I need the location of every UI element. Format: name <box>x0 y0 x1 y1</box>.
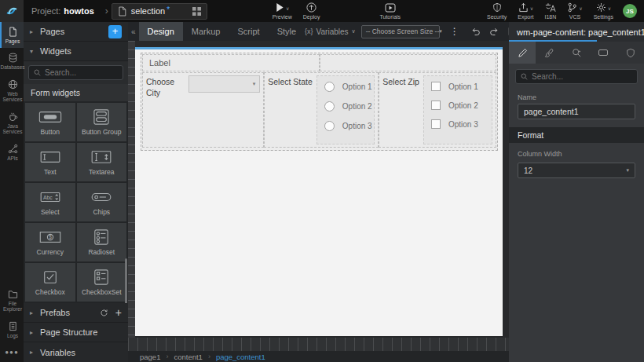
checkbox-option[interactable]: Option 3 <box>431 119 492 129</box>
export-button[interactable]: ∨ Export <box>512 0 539 22</box>
radio-icon[interactable] <box>324 101 335 112</box>
database-icon <box>8 53 18 63</box>
security-button[interactable]: Security <box>481 0 512 22</box>
wavemaker-logo-icon <box>5 4 19 18</box>
widget-tile-currency[interactable]: $ Currency <box>25 223 75 261</box>
screen-size-select[interactable]: -- Choose Screen Size -- ▾ <box>361 25 440 38</box>
zip-checkboxset[interactable]: Option 1 Option 2 Option 3 <box>423 75 492 144</box>
select-zip-column[interactable]: Select Zip Option 1 Option 2 Option 3 <box>379 72 496 148</box>
radio-option[interactable]: Option 2 <box>324 101 374 112</box>
wavemaker-logo[interactable] <box>0 0 24 22</box>
select-zip-label: Select Zip <box>382 75 419 144</box>
checkbox-option[interactable]: Option 2 <box>431 101 492 110</box>
column-width-select[interactable]: 12 ▾ <box>518 163 635 178</box>
page-tab-selection[interactable]: selection * <box>112 3 207 20</box>
collapse-left-panel-button[interactable]: « <box>128 27 139 36</box>
selected-widget-title: wm-page-content: page_content1 <box>509 22 644 42</box>
widget-tile-select[interactable]: Abc Select <box>25 183 75 221</box>
page-canvas[interactable]: Label Choose City ▾ Select State O <box>135 47 503 336</box>
rail-item-file-explorer[interactable]: File Explorer <box>0 284 24 316</box>
page-content-container[interactable]: Label Choose City ▾ Select State O <box>141 53 498 151</box>
tab-style[interactable]: Style <box>269 22 305 41</box>
tab-properties[interactable] <box>509 42 536 64</box>
more-options-ellipsis-icon[interactable]: ●●● <box>0 342 24 362</box>
chips-widget-icon <box>89 189 114 205</box>
settings-button[interactable]: ∨ Settings <box>588 0 619 22</box>
tutorials-button[interactable]: Tutorials <box>375 0 407 22</box>
tab-events[interactable] <box>563 42 590 64</box>
radio-icon[interactable] <box>324 82 335 92</box>
widgets-section-header[interactable]: ▾ Widgets <box>24 42 128 61</box>
pages-section-header[interactable]: ▸ Pages + <box>24 22 128 42</box>
i18n-button[interactable]: I18N <box>540 0 562 22</box>
preview-button[interactable]: ∨ Preview <box>267 0 298 22</box>
checkbox-icon[interactable] <box>431 119 441 129</box>
horizontal-ruler <box>128 338 509 351</box>
user-avatar[interactable]: JS <box>623 4 637 18</box>
branch-icon <box>567 2 577 13</box>
undo-icon[interactable] <box>470 27 481 36</box>
collapsed-arrow-icon: ▸ <box>30 349 35 356</box>
log-icon <box>8 321 18 331</box>
name-field[interactable] <box>518 104 635 119</box>
rail-item-pages[interactable]: Pages <box>0 22 24 48</box>
vcs-button[interactable]: ∨ VCS <box>562 0 587 22</box>
currency-widget-icon: $ <box>38 229 63 245</box>
radio-icon[interactable] <box>324 121 335 131</box>
refresh-icon[interactable] <box>100 309 108 317</box>
widget-tile-radioset[interactable]: Radioset <box>77 223 127 261</box>
tab-markup[interactable]: Markup <box>183 22 229 41</box>
tab-device[interactable] <box>590 42 617 64</box>
rail-item-apis[interactable]: APIs <box>0 139 24 165</box>
tab-security[interactable] <box>617 42 644 64</box>
kebab-menu-icon[interactable]: ⋮ <box>445 26 464 37</box>
widget-tile-checkbox[interactable]: Checkbox <box>25 263 75 302</box>
state-radioset[interactable]: Option 1 Option 2 Option 3 <box>317 75 375 144</box>
redo-icon[interactable] <box>489 27 499 36</box>
property-search-input[interactable] <box>532 72 632 81</box>
select-state-column[interactable]: Select State Option 1 Option 2 Option <box>264 72 379 148</box>
widget-group-title: Form widgets <box>24 84 128 101</box>
tab-styles[interactable] <box>536 42 562 64</box>
checkbox-icon[interactable] <box>431 82 441 91</box>
widget-tile-textarea[interactable]: Textarea <box>77 143 127 181</box>
widget-tile-text[interactable]: Text <box>25 143 75 181</box>
empty-cell[interactable] <box>320 54 497 71</box>
widget-tile-checkboxset[interactable]: CheckboxSet <box>77 263 127 302</box>
radio-option[interactable]: Option 3 <box>324 121 374 131</box>
variables-dropdown[interactable]: {x} Variables ∨ <box>305 27 356 36</box>
grid-icon[interactable] <box>192 7 201 16</box>
widget-search-input[interactable] <box>45 68 118 77</box>
top-bar: Project:howtos › selection * ∨ Preview D… <box>0 0 644 22</box>
widget-list: Button Button Group Text Textarea <box>24 101 128 303</box>
tab-design[interactable]: Design <box>139 22 183 41</box>
city-select[interactable]: ▾ <box>188 75 260 93</box>
breadcrumb-item-page-content1[interactable]: page_content1 <box>216 353 265 361</box>
choose-city-label: Choose City <box>146 75 185 144</box>
checkbox-option[interactable]: Option 1 <box>431 82 492 91</box>
add-prefab-button[interactable]: + <box>115 308 122 317</box>
radio-option[interactable]: Option 1 <box>324 82 374 92</box>
rail-item-web-services[interactable]: Web Services <box>0 75 24 107</box>
rail-item-databases[interactable]: Databases <box>0 48 24 74</box>
collapsed-arrow-icon: ▸ <box>30 309 35 316</box>
page-structure-section-header[interactable]: ▸ Page Structure <box>24 323 128 342</box>
prefabs-section-header[interactable]: ▸ Prefabs + <box>24 303 128 323</box>
widget-list-scrollbar[interactable] <box>125 258 127 303</box>
choose-city-column[interactable]: Choose City ▾ <box>142 72 264 148</box>
breadcrumb-item-page1[interactable]: page1 <box>140 353 160 361</box>
breadcrumb-item-content1[interactable]: content1 <box>174 353 202 361</box>
widget-tile-chips[interactable]: Chips <box>77 183 127 221</box>
rail-item-java-services[interactable]: Java Services <box>0 107 24 139</box>
rail-item-logs[interactable]: Logs <box>0 316 24 342</box>
checkbox-icon[interactable] <box>431 101 441 110</box>
tab-script[interactable]: Script <box>229 22 269 41</box>
variables-section-header[interactable]: ▸ Variables <box>24 342 128 362</box>
widget-tile-button-group[interactable]: Button Group <box>77 103 127 141</box>
translate-icon <box>545 2 556 13</box>
add-page-button[interactable]: + <box>108 25 122 38</box>
deploy-button[interactable]: Deploy <box>298 0 326 22</box>
label-widget[interactable]: Label <box>142 54 320 71</box>
button-group-widget-icon <box>89 109 114 125</box>
widget-tile-button[interactable]: Button <box>25 103 75 141</box>
